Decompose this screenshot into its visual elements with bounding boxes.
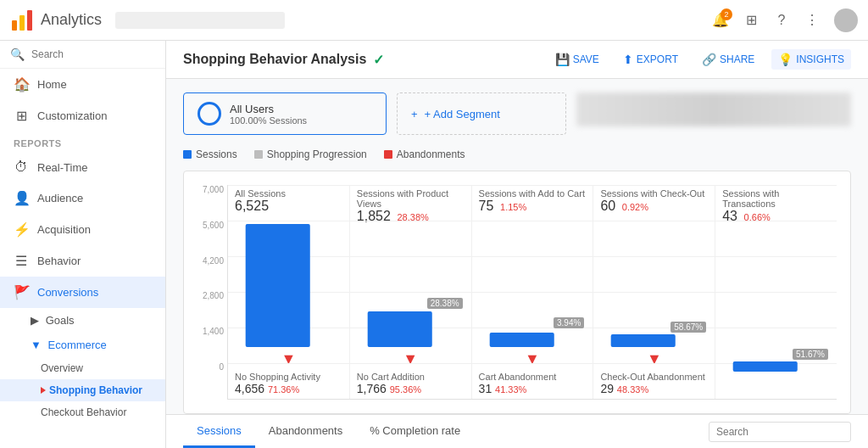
customization-icon: ⊞ bbox=[14, 108, 29, 124]
y-label-4200: 4,200 bbox=[198, 256, 224, 266]
sidebar-item-behavior-label: Behavior bbox=[37, 255, 81, 267]
legend-sessions-dot bbox=[183, 150, 192, 159]
sidebar-item-customization[interactable]: ⊞ Customization bbox=[0, 100, 165, 132]
legend: Sessions Shopping Progression Abandonmen… bbox=[183, 148, 851, 160]
y-label-7000: 7,000 bbox=[198, 185, 224, 194]
col3-abandon-value: 31 41.33% bbox=[479, 382, 587, 395]
legend-sessions-label: Sessions bbox=[196, 148, 237, 160]
sidebar-item-realtime-label: Real-Time bbox=[37, 161, 87, 174]
export-button[interactable]: ⬆ EXPORT bbox=[616, 49, 685, 70]
col1-value: 6,525 bbox=[235, 199, 342, 214]
share-icon: 🔗 bbox=[702, 53, 716, 66]
save-button[interactable]: 💾 SAVE bbox=[548, 49, 606, 70]
insights-icon: 💡 bbox=[778, 53, 793, 66]
sidebar-sub-ecommerce[interactable]: ▼ Ecommerce bbox=[0, 333, 165, 357]
sidebar-item-home-label: Home bbox=[37, 78, 67, 91]
checkout-behavior-label: Checkout Behavior bbox=[41, 406, 126, 418]
reports-section-label: REPORTS bbox=[0, 132, 165, 152]
more-icon[interactable]: ⋮ bbox=[804, 12, 821, 29]
col5-pct: 0.66% bbox=[744, 212, 771, 222]
tab-completion-rate[interactable]: % Completion rate bbox=[356, 416, 474, 448]
sidebar-item-home[interactable]: 🏠 Home bbox=[0, 69, 165, 100]
svg-rect-7 bbox=[489, 333, 554, 347]
col1-chart bbox=[235, 214, 342, 347]
svg-rect-9 bbox=[611, 334, 676, 347]
help-icon[interactable]: ? bbox=[773, 12, 790, 29]
col4-chart: 58.67% bbox=[600, 214, 708, 347]
sidebar-item-audience[interactable]: 👤 Audience bbox=[0, 182, 165, 214]
header-actions: 💾 SAVE ⬆ EXPORT 🔗 SHARE 💡 INSIGHTS bbox=[548, 49, 851, 70]
sidebar-item-audience-label: Audience bbox=[37, 192, 83, 204]
realtime-icon: ⏱ bbox=[14, 160, 29, 175]
home-icon: 🏠 bbox=[14, 76, 29, 92]
segment-name: All Users bbox=[230, 103, 307, 115]
search-box[interactable]: 🔍 bbox=[0, 41, 165, 69]
col5-value: 43 bbox=[722, 209, 737, 223]
top-bar: Analytics 🔔 2 ⊞ ? ⋮ bbox=[0, 0, 868, 41]
legend-progression-label: Shopping Progression bbox=[267, 148, 367, 160]
col1-svg bbox=[235, 224, 342, 347]
sidebar-item-conversions[interactable]: 🚩 Conversions bbox=[0, 277, 165, 308]
all-users-segment[interactable]: All Users 100.00% Sessions bbox=[183, 92, 387, 135]
insights-button[interactable]: 💡 INSIGHTS bbox=[771, 49, 851, 70]
y-label-0: 0 bbox=[198, 362, 224, 372]
funnel-col-1: All Sessions 6,525 bbox=[228, 185, 350, 399]
col3-arrow-pct: 3.94% bbox=[554, 317, 584, 328]
logo-icon bbox=[10, 8, 34, 32]
col2-value: 1,852 bbox=[357, 209, 391, 223]
col5-label: Sessions with Transactions bbox=[722, 188, 830, 209]
col2-svg bbox=[357, 224, 465, 347]
col1-abandon-value: 4,656 71.36% bbox=[235, 382, 342, 395]
funnel-col-3: Sessions with Add to Cart 75 1.15% bbox=[472, 185, 594, 399]
sidebar-item-realtime[interactable]: ⏱ Real-Time bbox=[0, 152, 165, 182]
sidebar-item-acquisition[interactable]: ⚡ Acquisition bbox=[0, 214, 165, 245]
table-search-input[interactable] bbox=[709, 422, 851, 442]
col5-value-row: 43 0.66% bbox=[722, 209, 830, 224]
sidebar-sub-overview[interactable]: Overview bbox=[0, 357, 165, 379]
insights-label: INSIGHTS bbox=[796, 53, 844, 65]
col1-arrow: ▼ bbox=[235, 350, 342, 368]
plus-icon: + bbox=[411, 108, 418, 120]
share-button[interactable]: 🔗 SHARE bbox=[695, 49, 761, 70]
selected-arrow bbox=[41, 387, 46, 394]
add-segment-button[interactable]: + + Add Segment bbox=[397, 92, 566, 135]
col3-value-row: 75 1.15% bbox=[479, 199, 587, 214]
funnel-cols-wrapper: All Sessions 6,525 bbox=[227, 185, 837, 400]
col3-arrow: ▼ bbox=[479, 350, 587, 368]
col2-abandon-label: No Cart Addition bbox=[357, 372, 465, 382]
sidebar-item-behavior[interactable]: ☰ Behavior bbox=[0, 245, 165, 277]
save-icon: 💾 bbox=[555, 53, 570, 66]
content-body: All Users 100.00% Sessions + + Add Segme… bbox=[166, 79, 868, 414]
sidebar-sub-shopping-behavior[interactable]: Shopping Behavior bbox=[0, 379, 165, 401]
col2-chart: 28.38% bbox=[357, 224, 465, 347]
conversions-icon: 🚩 bbox=[14, 284, 29, 300]
col2-abandon-value: 1,766 95.36% bbox=[357, 382, 465, 395]
shopping-behavior-label: Shopping Behavior bbox=[49, 384, 142, 396]
tab-abandonments[interactable]: Abandonments bbox=[255, 416, 356, 448]
col4-value-row: 60 0.92% bbox=[600, 199, 708, 214]
avatar[interactable] bbox=[834, 8, 858, 32]
legend-progression-dot bbox=[254, 150, 263, 159]
tab-sessions[interactable]: Sessions bbox=[183, 416, 255, 448]
legend-progression: Shopping Progression bbox=[254, 148, 367, 160]
y-label-2800: 2,800 bbox=[198, 291, 224, 300]
funnel-col-2-header: Sessions with Product Views 1,852 28.38% bbox=[357, 188, 465, 224]
funnel-col-4-header: Sessions with Check-Out 60 0.92% bbox=[600, 188, 708, 214]
funnel-col-1-header: All Sessions 6,525 bbox=[235, 188, 342, 214]
legend-abandonments-dot bbox=[384, 150, 392, 159]
funnel-col-4: Sessions with Check-Out 60 0.92% bbox=[593, 185, 715, 399]
svg-rect-11 bbox=[733, 361, 798, 372]
col3-value: 75 bbox=[479, 199, 494, 213]
logo: Analytics bbox=[10, 8, 102, 32]
search-input[interactable] bbox=[31, 48, 159, 60]
apps-icon[interactable]: ⊞ bbox=[743, 12, 760, 29]
app-title: Analytics bbox=[41, 11, 102, 29]
segment-info: All Users 100.00% Sessions bbox=[230, 103, 307, 126]
notification-icon[interactable]: 🔔 2 bbox=[712, 12, 729, 29]
notification-badge: 2 bbox=[721, 8, 732, 20]
svg-rect-2 bbox=[27, 10, 32, 31]
sidebar-sub-goals[interactable]: ▶ Goals bbox=[0, 308, 165, 333]
col4-value: 60 bbox=[600, 199, 615, 213]
acquisition-icon: ⚡ bbox=[14, 221, 29, 238]
sidebar-sub-checkout-behavior[interactable]: Checkout Behavior bbox=[0, 401, 165, 423]
